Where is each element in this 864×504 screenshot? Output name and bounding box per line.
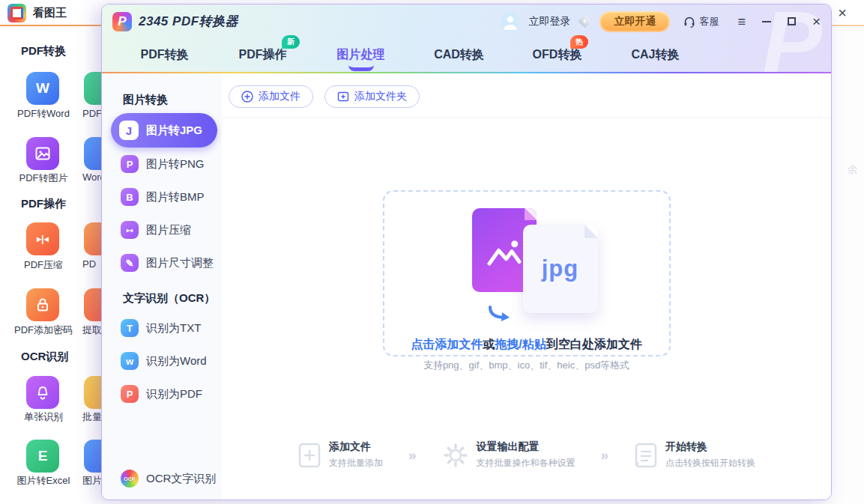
bgapp-close-icon[interactable]: × xyxy=(833,3,852,22)
circle-plus-icon xyxy=(241,91,253,103)
bgapp-item-label: 单张识别 xyxy=(6,410,81,424)
ocr-rainbow-icon: OCR xyxy=(121,470,139,488)
badge-hot: 热 xyxy=(570,35,588,49)
maximize-icon[interactable] xyxy=(788,17,796,25)
tab-pdf-convert[interactable]: PDF转换 xyxy=(115,38,214,72)
dropzone-illustration: jpg xyxy=(456,207,598,319)
sidebar-item-image-to-png[interactable]: P 图片转PNG xyxy=(102,148,222,180)
bgapp-item-label: PDF压缩 xyxy=(6,258,81,272)
sidebar-item-image-resize[interactable]: ✎ 图片尺寸调整 xyxy=(102,246,222,279)
bgapp-item-label: PDF添加密码 xyxy=(6,324,81,337)
pdf-compress-icon[interactable]: ▸|◂ xyxy=(26,222,59,255)
tab-image-processing[interactable]: 图片处理 xyxy=(312,38,410,72)
dropzone-formats: 支持png、gif、bmp、ico、tif、heic、psd等格式 xyxy=(384,359,669,372)
add-file-button[interactable]: 添加文件 xyxy=(229,85,313,108)
step-arrow-icon: » xyxy=(601,447,609,464)
titlebar: P 2345 PDF转换器 立即登录 5 立即开通 客服 ≡ xyxy=(102,4,831,38)
steps-guide: 添加文件支持批量添加 » 设置输出配置支持批量操作和各种设置 » 开始转换点击转… xyxy=(222,440,831,470)
menu-icon[interactable]: ≡ xyxy=(737,15,746,28)
pdf-icon: P xyxy=(121,385,139,403)
group-header-ocr: 文字识别（OCR） xyxy=(123,291,222,306)
upgrade-button[interactable]: 立即开通 xyxy=(599,11,670,32)
txt-icon: T xyxy=(121,319,139,337)
tab-ofd-convert[interactable]: OFD转换 热 xyxy=(508,38,606,72)
pdf-to-image-icon[interactable] xyxy=(26,137,59,170)
badge-new: 新 xyxy=(282,35,300,49)
customer-service-button[interactable]: 客服 xyxy=(683,15,719,28)
add-folder-button[interactable]: 添加文件夹 xyxy=(324,85,420,108)
bgapp-logo-icon xyxy=(7,4,26,22)
file-convert-icon xyxy=(634,442,658,469)
headset-icon xyxy=(683,15,696,28)
close-icon[interactable]: × xyxy=(812,14,821,28)
dropzone-hint: 点击添加文件或拖拽/粘贴到空白处添加文件 xyxy=(384,337,669,353)
login-link[interactable]: 立即登录 xyxy=(528,15,570,28)
group-header-image-convert: 图片转换 xyxy=(123,93,222,107)
service-label: 客服 xyxy=(699,15,719,28)
sidebar-item-ocr-word[interactable]: w 识别为Word xyxy=(102,344,222,377)
avatar[interactable] xyxy=(501,12,520,31)
compress-icon: ▸◂ xyxy=(121,221,139,239)
tab-pdf-edit[interactable]: PDF操作 新 xyxy=(214,38,312,72)
toolbar: 添加文件 添加文件夹 xyxy=(222,73,831,108)
app-title: 2345 PDF转换器 xyxy=(139,13,238,30)
tab-caj-convert[interactable]: CAJ转换 xyxy=(606,38,704,72)
nav-tabs: PDF转换 PDF操作 新 图片处理 CAD转换 OFD转换 热 CAJ转换 xyxy=(115,38,704,72)
folder-plus-icon xyxy=(337,91,349,103)
main-content: 添加文件 添加文件夹 jpg xyxy=(222,73,831,500)
bgapp-item-label: 图片转Excel xyxy=(6,474,81,488)
bgapp-item-label: 提取 xyxy=(82,324,102,337)
single-ocr-icon[interactable] xyxy=(26,376,59,409)
bgapp-section-header: PDF转换 xyxy=(21,44,66,58)
gear-icon xyxy=(442,442,469,469)
toolbar-divider xyxy=(222,118,831,118)
bgapp-text-fragment: 余 xyxy=(848,163,858,177)
tab-cad-convert[interactable]: CAD转换 xyxy=(410,38,508,72)
convert-arrow-icon xyxy=(487,306,513,322)
step-start-convert: 开始转换点击转换按钮开始转换 xyxy=(634,440,755,470)
pdf-password-lock-icon[interactable] xyxy=(26,288,59,321)
png-icon: P xyxy=(121,155,139,173)
window-header: P P 2345 PDF转换器 立即登录 5 立即开通 客服 xyxy=(102,4,831,73)
sidebar-item-image-compress[interactable]: ▸◂ 图片压缩 xyxy=(102,213,222,246)
file-plus-icon xyxy=(297,442,321,469)
resize-pencil-icon: ✎ xyxy=(121,254,139,272)
minimize-icon[interactable] xyxy=(762,21,771,22)
bgapp-section-header: OCR识别 xyxy=(21,350,68,364)
bgapp-item-label: PDF转Word xyxy=(6,107,81,121)
file-dropzone[interactable]: jpg 点击添加文件或拖拽/粘贴到空白处添加文件 支持png、gif、bmp、i… xyxy=(383,190,671,356)
pdf-to-word-icon[interactable]: W xyxy=(26,72,59,105)
vip-diamond-icon[interactable]: 5 xyxy=(578,14,592,28)
app-logo-icon: P xyxy=(112,12,132,31)
bgapp-item-label: PD xyxy=(82,258,96,270)
step-arrow-icon: » xyxy=(408,447,417,464)
bgapp-item-label: 批量 xyxy=(82,410,102,424)
bmp-icon: B xyxy=(121,188,139,206)
sidebar-item-image-to-bmp[interactable]: B 图片转BMP xyxy=(102,180,222,213)
screen: 看图王 × 余 PDF转换 W PDF转Word PDF转 PDF转图片 Wor… xyxy=(0,0,864,504)
sidebar-item-ocr-pdf[interactable]: P 识别为PDF xyxy=(102,377,222,410)
bgapp-title: 看图王 xyxy=(33,6,67,20)
word-icon: w xyxy=(121,352,139,370)
converter-window: P P 2345 PDF转换器 立即登录 5 立即开通 客服 xyxy=(101,4,832,500)
jpg-icon: J xyxy=(119,121,139,140)
tool-sidebar: 图片转换 J 图片转JPG P 图片转PNG B 图片转BMP ▸◂ 图片压缩 xyxy=(102,73,222,500)
step-add-files: 添加文件支持批量添加 xyxy=(297,440,383,470)
jpg-label: jpg xyxy=(542,255,579,282)
sidebar-item-ocr-txt[interactable]: T 识别为TXT xyxy=(102,312,222,344)
image-to-excel-icon[interactable]: E xyxy=(26,440,59,473)
bgapp-section-header: PDF操作 xyxy=(21,197,66,211)
step-output-settings: 设置输出配置支持批量操作和各种设置 xyxy=(442,440,576,470)
active-tab-underline xyxy=(348,65,374,71)
jpg-file-icon: jpg xyxy=(523,225,598,313)
sidebar-item-ocr-text-recognition[interactable]: OCR OCR文字识别 xyxy=(121,470,216,488)
bgapp-item-label: PDF转图片 xyxy=(6,171,81,185)
sidebar-item-image-to-jpg[interactable]: J 图片转JPG xyxy=(111,113,217,148)
